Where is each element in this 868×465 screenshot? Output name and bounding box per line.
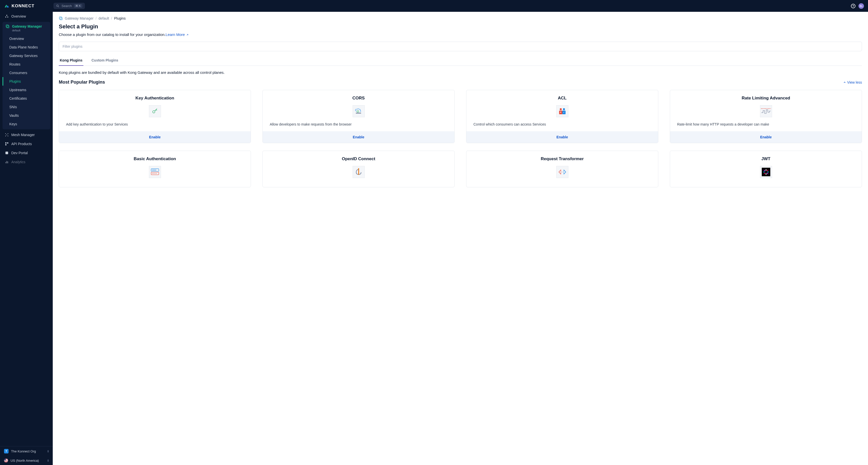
sidebar-item-label: Dev Portal: [11, 151, 28, 155]
svg-rect-15: [5, 152, 8, 154]
filter-plugins-input[interactable]: [59, 42, 862, 51]
sidebar-group-gateway: Gateway Manager default OverviewData Pla…: [2, 22, 50, 129]
org-switcher[interactable]: T The Konnect Org ▴▾: [0, 446, 53, 456]
sidebar-sub-gateway-services[interactable]: Gateway Services: [2, 52, 50, 60]
org-name: The Konnect Org: [11, 450, 36, 453]
us-flag-icon: [4, 459, 8, 463]
sidebar-sub-upstreams[interactable]: Upstreams: [2, 86, 50, 94]
svg-rect-20: [60, 18, 62, 20]
svg-point-37: [156, 173, 156, 174]
popular-section-header: Most Popular Plugins View less: [59, 80, 862, 85]
svg-point-3: [5, 17, 6, 18]
region-name: US (North America): [10, 459, 39, 463]
sidebar-sub-consumers[interactable]: Consumers: [2, 68, 50, 77]
chevron-updown-icon: ▴▾: [48, 459, 49, 462]
sidebar-item-mesh-manager[interactable]: Mesh Manager: [0, 130, 53, 140]
plugin-icon-rate: [760, 105, 772, 117]
plugin-card-desc: Rate-limit how many HTTP requests a deve…: [677, 122, 855, 127]
svg-rect-12: [5, 142, 6, 144]
tab-custom-plugins[interactable]: Custom Plugins: [90, 58, 119, 66]
svg-point-10: [7, 135, 8, 136]
enable-button[interactable]: Enable: [760, 135, 772, 139]
plugin-tabs: Kong Plugins Custom Plugins: [59, 58, 862, 66]
chevron-up-icon: [843, 81, 846, 84]
plugin-card-acl[interactable]: ACL✕✓Control which consumers can access …: [466, 90, 658, 143]
enable-button[interactable]: Enable: [557, 135, 568, 139]
plugin-card-jwt[interactable]: JWT: [670, 151, 862, 187]
page-title: Select a Plugin: [59, 23, 862, 30]
plugin-card-rate-limiting-advanced[interactable]: Rate Limiting AdvancedRate-limit how man…: [670, 90, 862, 143]
user-avatar[interactable]: EL: [859, 3, 864, 9]
region-switcher[interactable]: US (North America) ▴▾: [0, 456, 53, 465]
sidebar-sub-routes[interactable]: Routes: [2, 60, 50, 68]
gateway-icon: [5, 24, 9, 28]
sidebar-sub-plugins[interactable]: Plugins: [2, 77, 50, 86]
sidebar-item-label: Analytics: [11, 160, 25, 164]
breadcrumb-scope[interactable]: default: [98, 16, 109, 20]
svg-rect-5: [6, 25, 8, 27]
svg-point-36: [154, 173, 155, 174]
sidebar-item-analytics[interactable]: Analytics: [0, 157, 53, 166]
plugin-card-title: JWT: [677, 156, 855, 161]
svg-point-8: [7, 133, 8, 134]
plugin-card-title: Rate Limiting Advanced: [677, 96, 855, 101]
sidebar-sub-certificates[interactable]: Certificates: [2, 94, 50, 103]
brand-logo[interactable]: KONNECT: [4, 3, 34, 9]
sidebar-item-overview[interactable]: Overview: [0, 12, 53, 21]
sidebar-gateway-label: Gateway Manager: [12, 24, 42, 28]
external-link-icon: [186, 33, 189, 37]
plugin-cards-row: Key AuthenticationAdd key authentication…: [59, 90, 862, 143]
search-label: Search: [62, 4, 72, 8]
sidebar-item-label: Overview: [11, 14, 26, 18]
svg-rect-13: [7, 142, 8, 144]
plugin-card-cors[interactable]: CORSAllow developers to make requests fr…: [262, 90, 455, 143]
enable-button[interactable]: Enable: [149, 135, 161, 139]
svg-point-9: [5, 135, 6, 136]
svg-point-0: [57, 5, 58, 6]
search-shortcut: ⌘ K: [74, 4, 82, 8]
brand-name: KONNECT: [11, 3, 34, 8]
svg-rect-6: [7, 26, 9, 28]
help-icon[interactable]: ?: [851, 4, 856, 8]
svg-rect-17: [6, 161, 7, 163]
plugin-card-title: CORS: [270, 96, 447, 101]
tab-kong-plugins[interactable]: Kong Plugins: [59, 58, 83, 66]
sidebar-item-api-products[interactable]: API Products: [0, 140, 53, 148]
svg-point-27: [563, 108, 565, 110]
plugin-card-desc: Control which consumers can access Servi…: [473, 122, 651, 127]
svg-rect-14: [5, 144, 6, 145]
chevron-updown-icon: ▴▾: [48, 450, 49, 453]
sidebar-sub-gw-overview[interactable]: Overview: [2, 34, 50, 43]
dev-portal-icon: [5, 151, 9, 155]
svg-text:✓: ✓: [563, 111, 565, 114]
svg-point-34: [152, 173, 153, 174]
mesh-icon: [5, 133, 9, 137]
plugin-card-title: ACL: [473, 96, 651, 101]
learn-more-link[interactable]: Learn More: [165, 32, 189, 37]
breadcrumb-root[interactable]: Gateway Manager: [65, 16, 93, 20]
plugin-icon-oidc: [352, 166, 365, 178]
svg-rect-16: [5, 162, 6, 163]
plugin-card-openid-connect[interactable]: OpenID Connect: [262, 151, 455, 187]
sidebar-sub-keys[interactable]: Keys: [2, 120, 50, 128]
enable-button[interactable]: Enable: [353, 135, 365, 139]
plugin-icon-basic: [149, 166, 161, 178]
plugin-icon-key: [149, 105, 161, 117]
plugin-card-key-auth[interactable]: Key AuthenticationAdd key authentication…: [59, 90, 251, 143]
plugin-card-request-transformer[interactable]: Request Transformer: [466, 151, 658, 187]
svg-text:✕: ✕: [560, 111, 562, 114]
sidebar-sub-snis[interactable]: SNIs: [2, 103, 50, 111]
api-products-icon: [5, 142, 9, 146]
sidebar-gateway-header[interactable]: Gateway Manager default: [2, 22, 50, 34]
sidebar-sub-vaults[interactable]: Vaults: [2, 111, 50, 120]
popular-section-title: Most Popular Plugins: [59, 80, 105, 85]
plugin-icon-cors: [352, 105, 365, 117]
plugin-icon-jwt: [760, 166, 772, 178]
global-search[interactable]: Search ⌘ K: [54, 3, 85, 9]
plugin-icon-reqx: [556, 166, 568, 178]
plugin-card-basic-auth[interactable]: Basic Authentication: [59, 151, 251, 187]
sidebar-item-dev-portal[interactable]: Dev Portal: [0, 148, 53, 157]
plugin-card-desc: Add key authentication to your Services: [66, 122, 244, 127]
view-less-toggle[interactable]: View less: [843, 80, 862, 84]
sidebar-sub-data-plane-nodes[interactable]: Data Plane Nodes: [2, 43, 50, 52]
